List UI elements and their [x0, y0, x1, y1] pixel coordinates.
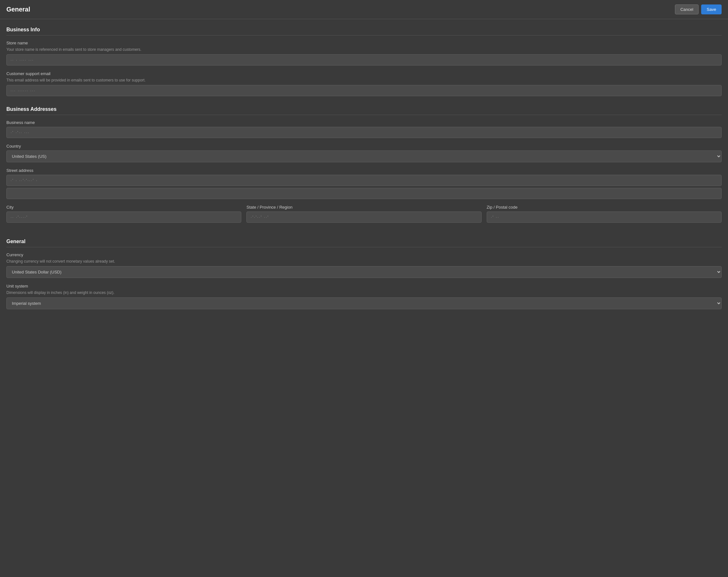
business-addresses-title: Business Addresses [6, 106, 722, 115]
page-title: General [6, 6, 30, 13]
city-input[interactable] [6, 211, 241, 223]
store-name-input[interactable] [6, 54, 722, 65]
state-input[interactable] [246, 211, 481, 223]
street-address-line2-input[interactable] [6, 188, 722, 199]
cancel-button[interactable]: Cancel [675, 4, 699, 15]
zip-label: Zip / Postal code [487, 205, 722, 210]
city-field: City [6, 205, 241, 223]
business-name-field: Business name [6, 120, 722, 138]
business-name-label: Business name [6, 120, 722, 125]
business-addresses-section: Business Addresses Business name Country… [6, 106, 722, 229]
zip-field: Zip / Postal code [487, 205, 722, 223]
street-address-field: Street address [6, 168, 722, 199]
general-section: General Currency Changing currency will … [6, 239, 722, 309]
header-actions: Cancel Save [675, 4, 722, 15]
store-name-field: Store name Your store name is referenced… [6, 41, 722, 65]
state-field: State / Province / Region [246, 205, 481, 223]
street-address-line1-input[interactable] [6, 175, 722, 186]
currency-description: Changing currency will not convert monet… [6, 259, 722, 264]
unit-system-label: Unit system [6, 284, 722, 288]
city-label: City [6, 205, 241, 210]
store-name-label: Store name [6, 41, 722, 45]
main-content: Business Info Store name Your store name… [0, 19, 728, 327]
save-button[interactable]: Save [701, 4, 722, 15]
page-header: General Cancel Save [0, 0, 728, 19]
support-email-field: Customer support email This email addres… [6, 71, 722, 96]
street-address-label: Street address [6, 168, 722, 173]
unit-system-description: Dimensions will display in inches (in) a… [6, 290, 722, 295]
unit-system-select[interactable]: Imperial system Metric system [6, 297, 722, 309]
general-title: General [6, 239, 722, 247]
country-select[interactable]: United States (US) Canada United Kingdom… [6, 151, 722, 162]
support-email-description: This email address will be provided in e… [6, 78, 722, 82]
country-label: Country [6, 144, 722, 149]
state-label: State / Province / Region [246, 205, 481, 210]
store-name-description: Your store name is referenced in emails … [6, 47, 722, 52]
business-name-input[interactable] [6, 127, 722, 138]
currency-select[interactable]: United States Dollar (USD) Euro (EUR) Br… [6, 266, 722, 278]
support-email-input[interactable] [6, 85, 722, 96]
currency-field: Currency Changing currency will not conv… [6, 253, 722, 278]
zip-input[interactable] [487, 211, 722, 223]
city-state-zip-row: City State / Province / Region Zip / Pos… [6, 205, 722, 229]
support-email-label: Customer support email [6, 71, 722, 76]
business-info-title: Business Info [6, 27, 722, 35]
currency-label: Currency [6, 253, 722, 257]
unit-system-field: Unit system Dimensions will display in i… [6, 284, 722, 309]
country-field: Country United States (US) Canada United… [6, 144, 722, 162]
business-info-section: Business Info Store name Your store name… [6, 27, 722, 96]
